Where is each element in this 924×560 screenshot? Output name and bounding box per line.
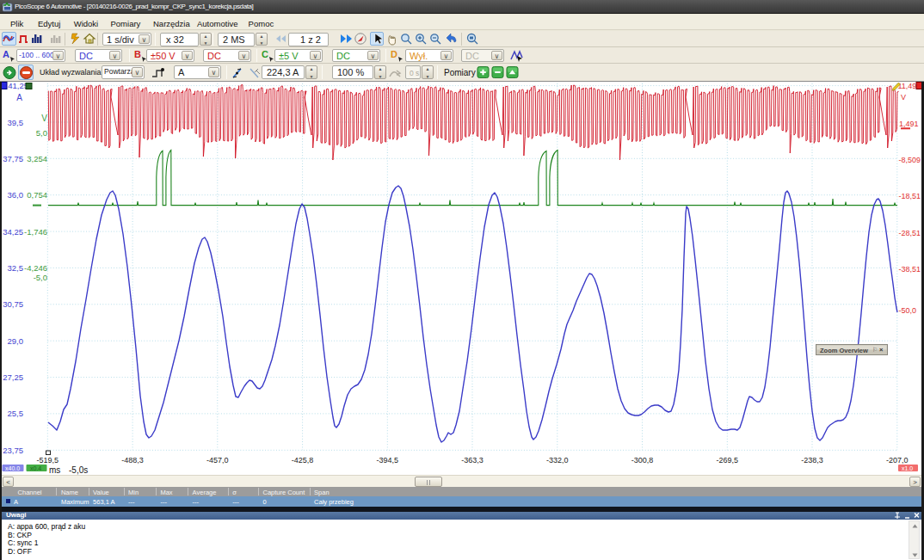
svg-text:x40.0: x40.0	[5, 465, 20, 471]
svg-text:×: ×	[879, 346, 884, 354]
svg-text:-1,746: -1,746	[24, 227, 47, 237]
svg-text:-363,3: -363,3	[461, 456, 484, 465]
svg-text:37,75: 37,75	[3, 154, 23, 163]
svg-text:1,491: 1,491	[899, 120, 919, 128]
svg-text:Zoom Overview: Zoom Overview	[820, 347, 868, 354]
svg-text:-50,0: -50,0	[899, 306, 917, 315]
svg-text:-8,509: -8,509	[899, 156, 921, 164]
svg-text:-457,0: -457,0	[206, 456, 229, 465]
svg-text:27,25: 27,25	[3, 372, 23, 382]
svg-text:23,75: 23,75	[3, 446, 23, 455]
svg-text:32,5: 32,5	[8, 263, 24, 273]
svg-text:-5,0: -5,0	[34, 273, 47, 282]
svg-text:0,754: 0,754	[27, 190, 47, 200]
svg-text:V: V	[41, 114, 47, 123]
svg-text:-519,5: -519,5	[37, 456, 59, 465]
svg-text:A: A	[16, 93, 22, 102]
svg-text:-300,8: -300,8	[631, 456, 654, 465]
svg-text:-18,51: -18,51	[899, 192, 921, 200]
svg-text:36,0: 36,0	[8, 190, 24, 200]
svg-text:-394,5: -394,5	[377, 456, 399, 465]
svg-text:5,0: 5,0	[36, 128, 47, 138]
svg-text:3,254: 3,254	[27, 154, 47, 163]
svg-text:ms: ms	[49, 465, 60, 475]
svg-text:-5,0s: -5,0s	[69, 465, 88, 475]
svg-text:x0.4: x0.4	[30, 465, 41, 471]
svg-text:x1.0: x1.0	[902, 465, 913, 471]
svg-text:-207,0: -207,0	[886, 456, 909, 465]
svg-text:⚐: ⚐	[872, 347, 878, 353]
svg-text:V: V	[901, 93, 906, 102]
svg-text:39,5: 39,5	[8, 118, 24, 127]
svg-text:11,49: 11,49	[898, 82, 917, 90]
svg-text:-269,5: -269,5	[717, 456, 739, 465]
svg-text:25,5: 25,5	[8, 409, 24, 418]
svg-text:41,25: 41,25	[8, 82, 28, 90]
svg-text:-332,0: -332,0	[546, 456, 569, 465]
svg-text:34,25: 34,25	[3, 227, 23, 237]
svg-text:-38,51: -38,51	[899, 265, 921, 274]
svg-text:-488,3: -488,3	[121, 456, 144, 465]
svg-text:-238,3: -238,3	[801, 456, 823, 465]
svg-text:-28,51: -28,51	[899, 229, 921, 237]
svg-text:29,0: 29,0	[8, 336, 24, 346]
svg-text:30,75: 30,75	[3, 299, 23, 309]
svg-text:-425,8: -425,8	[292, 456, 314, 465]
svg-text:-4,246: -4,246	[24, 263, 47, 273]
